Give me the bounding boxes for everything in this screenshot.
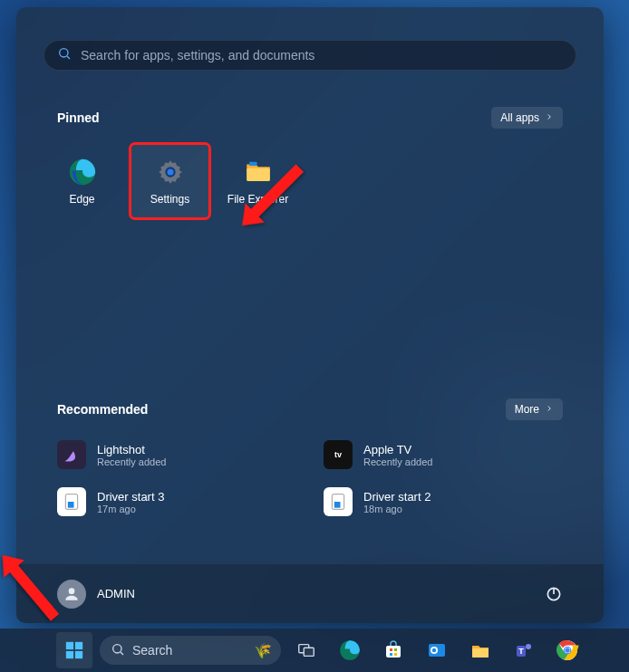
taskbar-file-explorer-icon[interactable]	[462, 632, 498, 668]
pinned-header: Pinned All apps	[57, 107, 563, 129]
taskbar-taskview-icon[interactable]	[288, 632, 324, 668]
recommended-item-title: Lightshot	[97, 443, 166, 456]
taskbar-store-icon[interactable]	[375, 632, 411, 668]
recommended-text: Apple TV Recently added	[363, 443, 432, 467]
recommended-header: Recommended More	[57, 398, 563, 420]
pinned-app-edge[interactable]: Edge	[44, 145, 121, 217]
taskbar-chrome-icon[interactable]	[549, 632, 585, 668]
document-icon	[57, 487, 86, 516]
svg-point-20	[113, 644, 121, 652]
recommended-item-sub: 17m ago	[97, 504, 164, 514]
svg-rect-18	[66, 651, 73, 658]
svg-rect-25	[386, 646, 401, 658]
app-label: Settings	[150, 193, 189, 206]
recommended-title: Recommended	[57, 402, 148, 417]
recommended-item-driver3[interactable]: Driver start 3 17m ago	[57, 484, 296, 520]
recommended-item-driver2[interactable]: Driver start 2 18m ago	[324, 484, 563, 520]
all-apps-label: All apps	[500, 111, 539, 124]
svg-rect-27	[394, 648, 397, 651]
svg-point-35	[526, 644, 531, 649]
recommended-item-sub: Recently added	[363, 456, 432, 467]
taskbar: Search 🌾 T	[0, 629, 629, 672]
more-button[interactable]: More	[506, 398, 563, 420]
taskbar-outlook-icon[interactable]	[419, 632, 455, 668]
svg-point-32	[432, 648, 436, 652]
chevron-right-icon	[545, 403, 554, 416]
pinned-app-settings[interactable]: Settings	[131, 145, 208, 217]
user-bar: ADMIN	[16, 563, 604, 623]
search-icon	[57, 46, 72, 64]
start-search-bar[interactable]	[44, 40, 576, 71]
svg-rect-29	[394, 653, 397, 656]
svg-line-21	[121, 652, 123, 655]
svg-rect-10	[334, 502, 341, 508]
svg-rect-28	[390, 653, 392, 656]
taskbar-edge-icon[interactable]	[332, 632, 368, 668]
svg-point-4	[167, 168, 173, 175]
recommended-text: Driver start 2 18m ago	[363, 490, 431, 514]
taskbar-start-button[interactable]	[56, 632, 92, 668]
pinned-apps-grid: Edge Settings File Explorer	[44, 145, 576, 217]
recommended-item-title: Driver start 3	[97, 490, 164, 504]
taskbar-search[interactable]: Search 🌾	[100, 636, 281, 665]
svg-rect-5	[247, 168, 270, 181]
user-name-label[interactable]: ADMIN	[97, 587, 135, 600]
app-label: File Explorer	[227, 193, 288, 206]
svg-point-0	[60, 49, 68, 57]
all-apps-button[interactable]: All apps	[491, 107, 563, 129]
svg-rect-8	[68, 502, 74, 508]
svg-text:T: T	[518, 647, 524, 656]
recommended-grid: Lightshot Recently added tv Apple TV Rec…	[57, 437, 563, 520]
recommended-item-lightshot[interactable]: Lightshot Recently added	[57, 437, 296, 473]
svg-rect-26	[390, 648, 392, 651]
svg-rect-19	[75, 651, 82, 658]
settings-gear-icon	[155, 157, 186, 187]
edge-icon	[67, 157, 98, 187]
svg-rect-33	[472, 648, 489, 658]
file-explorer-icon	[243, 157, 274, 187]
app-label: Edge	[69, 193, 94, 206]
recommended-item-title: Apple TV	[363, 443, 432, 456]
svg-rect-6	[249, 162, 257, 166]
svg-rect-16	[66, 642, 73, 649]
taskbar-search-label: Search	[132, 643, 172, 658]
user-avatar[interactable]	[57, 580, 86, 609]
pinned-title: Pinned	[57, 110, 100, 125]
lightshot-icon	[57, 440, 86, 469]
svg-point-40	[565, 648, 569, 652]
pinned-app-file-explorer[interactable]: File Explorer	[219, 145, 296, 217]
taskbar-teams-icon[interactable]: T	[506, 632, 542, 668]
svg-rect-17	[75, 642, 82, 649]
recommended-text: Driver start 3 17m ago	[97, 490, 164, 514]
recommended-item-sub: 18m ago	[363, 504, 431, 514]
recommended-text: Lightshot Recently added	[97, 443, 166, 467]
search-icon	[111, 642, 125, 659]
recommended-item-sub: Recently added	[97, 456, 166, 467]
svg-rect-23	[304, 648, 314, 656]
document-icon	[324, 487, 353, 516]
start-menu-panel: Pinned All apps Edge	[16, 7, 604, 623]
recommended-item-title: Driver start 2	[363, 490, 431, 504]
chevron-right-icon	[545, 111, 554, 124]
svg-point-11	[69, 588, 75, 594]
search-input[interactable]	[81, 48, 563, 62]
recommended-item-appletv[interactable]: tv Apple TV Recently added	[324, 437, 563, 473]
taskbar-search-highlight-icon: 🌾	[254, 642, 272, 659]
power-button[interactable]	[545, 585, 563, 603]
appletv-icon: tv	[324, 440, 353, 469]
more-label: More	[515, 403, 539, 416]
svg-line-1	[67, 56, 70, 59]
